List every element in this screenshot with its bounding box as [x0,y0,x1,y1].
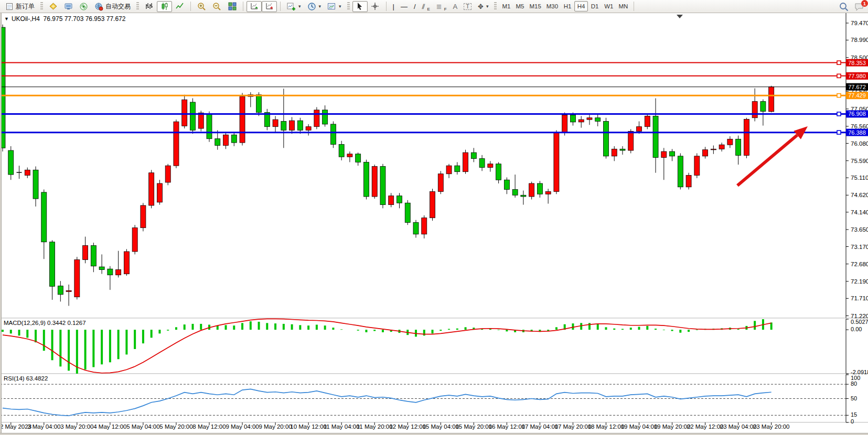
line-chart-button[interactable] [172,1,187,12]
hline-handle[interactable] [837,130,841,134]
vertical-line-tool-button[interactable]: | [390,1,398,12]
candle-body [240,96,245,143]
cursor-icon [356,2,365,11]
macd-axis-label: 0.00 [851,326,862,332]
search-icon[interactable] [839,2,848,11]
indicators-icon [287,2,296,11]
cursor-tool-button[interactable] [352,1,368,12]
price-line-axis-label: 77.980 [848,73,866,79]
candle [645,114,650,129]
hline-handle[interactable] [837,94,841,97]
zoom-out-button[interactable] [209,1,224,12]
indicators-button[interactable]: ▾ [284,1,304,12]
candlestick-chart-button[interactable] [157,1,172,12]
price-line-axis-label: 78.353 [848,60,866,66]
price-line-axis-label: 77.429 [848,92,866,99]
text-label-tool-button[interactable]: T [460,1,475,12]
candle-body [637,127,642,132]
horizontal-line-tool-button[interactable]: — [398,1,411,12]
toolbar-drag-handle[interactable] [347,2,350,10]
candle-body [91,245,96,266]
candle-body [281,122,286,130]
candle [430,189,435,221]
candle-body [521,195,526,197]
candle [165,164,170,186]
notification-badge: 1 [861,0,868,7]
candle-body [256,95,262,113]
expert-advisors-button[interactable] [61,1,76,12]
tf-button-m15[interactable]: M15 [527,1,543,12]
candle-body [463,153,468,172]
crosshair-tool-button[interactable] [368,1,383,12]
date-axis-label: 17 May 20:00 [555,423,592,430]
tf-button-d1[interactable]: D1 [588,1,602,12]
arrows-tool-icon: ✥ [478,3,484,10]
candle-body [595,118,601,122]
chart-shift-button[interactable] [262,1,277,12]
rsi-axis-label: 15 [851,411,857,418]
candle-body [703,150,708,156]
tf-button-m30[interactable]: M30 [544,1,561,12]
candle-body [83,245,88,259]
rsi-axis-label: 100 [851,375,860,381]
price-axis-tick-label: 72.680 [851,261,868,267]
fibonacci-tool-button[interactable]: ≣F [433,1,450,12]
date-axis-label: 23 May 20:00 [753,423,790,430]
toolbar-drag-handle[interactable] [136,2,139,10]
signals-button[interactable] [76,1,91,12]
candle-body [306,127,311,130]
price-chart-canvas[interactable]: 79.47078.99078.50078.01077.54077.05076.5… [0,13,868,435]
templates-button[interactable]: ▾ [324,1,345,12]
timeframe-toolbar: M1M5M15M30H1H4D1W1MN [498,0,632,13]
arrows-dropdown-caret[interactable]: ▾ [486,4,489,9]
zoom-in-button[interactable] [194,1,209,12]
hline-handle[interactable] [837,61,841,64]
new-order-button[interactable]: 新订单 [2,1,38,12]
periods-button[interactable]: ▾ [304,1,325,12]
zoom-in-icon [197,2,206,11]
text-tool-icon: A [453,3,458,10]
periods-dropdown-caret[interactable]: ▾ [319,4,322,9]
channel-tool-button[interactable]: ⫽E [419,1,433,12]
candle-body [446,166,452,174]
candle [141,203,146,231]
templates-dropdown-caret[interactable]: ▾ [339,4,341,9]
auto-scroll-icon [250,2,259,11]
notifications-button[interactable]: 1 [853,2,865,11]
candle-body [752,102,757,118]
text-tool-button[interactable]: A [450,1,461,12]
hline-handle[interactable] [837,74,841,78]
candle [405,200,410,225]
price-line-axis-label: 77.672 [848,84,866,90]
hline-handle[interactable] [837,112,841,116]
candle-body [587,118,592,119]
auto-trading-button[interactable]: 自动交易 [91,1,134,12]
tf-button-w1[interactable]: W1 [602,1,616,12]
auto-trading-icon [94,2,103,11]
toolbar-drag-handle[interactable] [494,2,497,10]
indicators-dropdown-caret[interactable]: ▾ [298,4,301,9]
price-axis-tick-label: 74.140 [851,209,868,215]
candle-body [438,174,443,192]
candle [372,165,377,199]
toolbar-drag-handle[interactable] [40,2,43,10]
tf-button-mn[interactable]: MN [616,1,630,12]
tf-button-h4[interactable]: H4 [574,1,588,12]
metaeditor-button[interactable] [46,1,61,12]
bar-chart-button[interactable] [142,1,157,12]
rsi-indicator-label: RSI(14) 63.4822 [4,375,48,382]
tf-button-m1[interactable]: M1 [499,1,513,12]
chart-title-dropdown-icon[interactable]: ▼ [4,16,9,21]
auto-scroll-button[interactable] [247,1,262,12]
tf-button-m5[interactable]: M5 [513,1,527,12]
tile-windows-button[interactable] [224,1,240,12]
candle-body [769,87,774,112]
arrows-tool-button[interactable]: ✥ ▾ [475,1,491,12]
candle [330,122,336,148]
candle-body [670,151,675,156]
tf-button-h1[interactable]: H1 [561,1,574,12]
candle-body [330,124,336,145]
trendline-tool-button[interactable]: / [411,1,419,12]
date-axis-label: 12 May 12:00 [389,423,426,430]
candle-body [190,102,195,130]
